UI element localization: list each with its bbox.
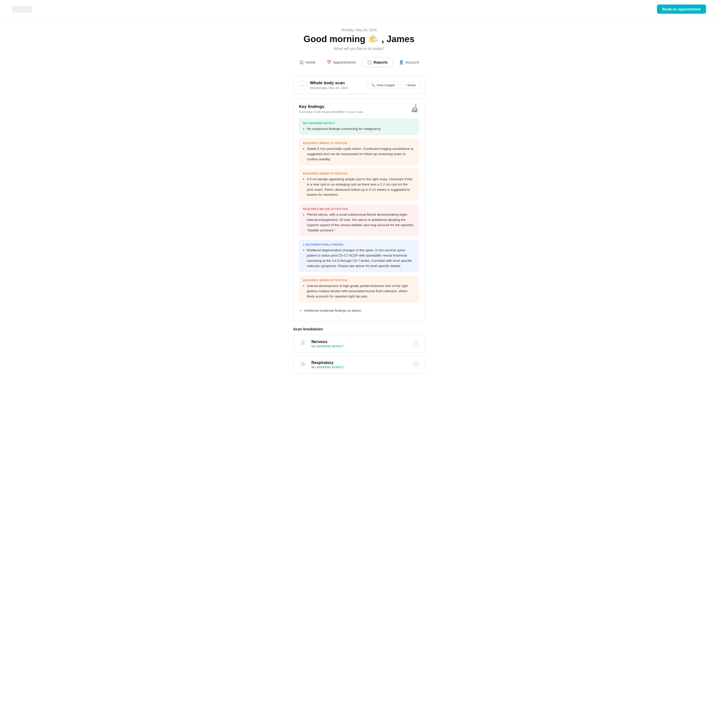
nervous-status: NO ADVERSE EFFECT bbox=[312, 345, 412, 348]
appointments-icon: 📅 bbox=[327, 60, 332, 64]
hero-subtitle: What will you like to do today? bbox=[5, 46, 713, 50]
finding-no-adverse-text: No suspicious findings concerning for ma… bbox=[303, 126, 415, 132]
nav-item-account[interactable]: 👤 Account bbox=[394, 58, 424, 67]
finding-minor-1: REQUIRES MINOR ATTENTION Stable 5 mm pan… bbox=[299, 138, 419, 165]
finding-informational-text: Multilevel degenerative changes of the s… bbox=[303, 248, 415, 269]
main-content: ‹ Whole body scan Wednesday, May 24, 202… bbox=[289, 76, 429, 392]
nervous-expand-button[interactable]: + bbox=[412, 340, 420, 347]
scan-breakdown-section: Scan breakdown Nervous NO ADVERSE EFFECT… bbox=[293, 327, 425, 373]
nav-appointments-label: Appointments bbox=[333, 60, 356, 64]
finding-informational-label: 1 INFORMATIONAL FINDING bbox=[303, 243, 415, 246]
respiratory-status: NO ADVERSE EFFECT bbox=[312, 366, 412, 369]
finding-minor-3-label: REQUIRES MINOR ATTENTION bbox=[303, 279, 415, 282]
scan-header-card: ‹ Whole body scan Wednesday, May 24, 202… bbox=[293, 76, 425, 94]
nervous-info: Nervous NO ADVERSE EFFECT bbox=[312, 340, 412, 348]
finding-minor-1-label: REQUIRES MINOR ATTENTION bbox=[303, 142, 415, 145]
finding-minor-2: REQUIRES MINOR ATTENTION 4.5 cm benign-a… bbox=[299, 168, 419, 201]
hero-date: Monday, May 24, 2024 bbox=[5, 28, 713, 32]
finding-minor-3: REQUIRES MINOR ATTENTION Interval develo… bbox=[299, 275, 419, 303]
home-icon: 🏠 bbox=[299, 60, 304, 64]
respiratory-info: Respiratory NO ADVERSE EFFECT bbox=[312, 361, 412, 369]
findings-title-block: Key findings Summary of all issues ident… bbox=[299, 104, 364, 114]
nav-item-reports[interactable]: 📋 Reports bbox=[362, 58, 393, 67]
finding-informational: 1 INFORMATIONAL FINDING Multilevel degen… bbox=[299, 240, 419, 272]
main-nav: 🏠 Home 📅 Appointments 📋 Reports 👤 Accoun… bbox=[5, 58, 713, 67]
finding-major: REQUIRES MAJOR ATTENTION Fibroid uterus,… bbox=[299, 204, 419, 237]
scan-title: Whole body scan bbox=[310, 81, 368, 86]
nav-account-label: Account bbox=[405, 60, 419, 64]
reports-icon: 📋 bbox=[367, 60, 372, 64]
back-icon: ‹ bbox=[302, 83, 303, 87]
greeting-name: James bbox=[386, 34, 414, 44]
nervous-name: Nervous bbox=[312, 340, 412, 344]
finding-minor-2-label: REQUIRES MINOR ATTENTION bbox=[303, 172, 415, 175]
finding-additional: Additional incidental findings as above. bbox=[299, 306, 419, 316]
scan-date: Wednesday, May 24, 2024 bbox=[310, 86, 368, 90]
view-images-label: View images bbox=[376, 83, 395, 87]
hero-greeting: Good morning 🌤️ , James bbox=[5, 34, 713, 44]
breakdown-nervous: Nervous NO ADVERSE EFFECT + bbox=[293, 335, 425, 353]
finding-no-adverse-label: NO ADVERSE EFFECT bbox=[303, 122, 415, 125]
findings-header: Key findings Summary of all issues ident… bbox=[299, 104, 419, 114]
hero-section: Monday, May 24, 2024 Good morning 🌤️ , J… bbox=[0, 18, 718, 76]
logo bbox=[12, 6, 32, 13]
share-label: Share bbox=[407, 83, 416, 87]
finding-major-label: REQUIRES MAJOR ATTENTION bbox=[303, 207, 415, 210]
back-button[interactable]: ‹ bbox=[298, 81, 306, 89]
breakdown-respiratory: Respiratory NO ADVERSE EFFECT + bbox=[293, 356, 425, 373]
nav-item-home[interactable]: 🏠 Home bbox=[294, 58, 321, 67]
finding-minor-3-text: Interval development of high-grade parti… bbox=[303, 283, 415, 299]
finding-additional-text: Additional incidental findings as above. bbox=[300, 308, 418, 314]
finding-no-adverse: NO ADVERSE EFFECT No suspicious findings… bbox=[299, 118, 419, 135]
share-icon: ↑ bbox=[404, 83, 406, 87]
nervous-icon bbox=[298, 339, 307, 348]
greeting-emoji: 🌤️ , bbox=[368, 34, 386, 44]
findings-magnifier-icon: 🔬 bbox=[410, 104, 419, 112]
findings-title: Key findings bbox=[299, 104, 364, 109]
respiratory-icon bbox=[298, 360, 307, 369]
nav-home-label: Home bbox=[306, 60, 316, 64]
share-button[interactable]: ↑ Share bbox=[401, 81, 420, 89]
view-images-icon: 🔍 bbox=[371, 83, 375, 87]
key-findings-card: Key findings Summary of all issues ident… bbox=[293, 98, 425, 321]
account-icon: 👤 bbox=[399, 60, 404, 64]
book-appointment-button[interactable]: Book an appointment bbox=[657, 5, 706, 14]
respiratory-expand-button[interactable]: + bbox=[412, 361, 420, 368]
respiratory-name: Respiratory bbox=[312, 361, 412, 365]
nav-reports-label: Reports bbox=[373, 60, 388, 64]
finding-minor-2-text: 4.5 cm benign-appearing simple cyst in t… bbox=[303, 177, 415, 198]
scan-actions: 🔍 View images ↑ Share bbox=[368, 81, 420, 89]
finding-minor-1-text: Stable 5 mm pancreatic cystic lesion. Co… bbox=[303, 146, 415, 162]
view-images-button[interactable]: 🔍 View images bbox=[368, 81, 399, 89]
scan-breakdown-title: Scan breakdown bbox=[293, 327, 425, 331]
greeting-text: Good morning bbox=[303, 34, 365, 44]
header: Book an appointment bbox=[0, 0, 718, 18]
findings-subtitle: Summary of all issues identified in your… bbox=[299, 110, 364, 114]
scan-title-block: Whole body scan Wednesday, May 24, 2024 bbox=[310, 81, 368, 90]
svg-point-0 bbox=[302, 340, 304, 343]
finding-major-text: Fibroid uterus, with a small submucosal … bbox=[303, 212, 415, 233]
nav-item-appointments[interactable]: 📅 Appointments bbox=[322, 58, 361, 67]
